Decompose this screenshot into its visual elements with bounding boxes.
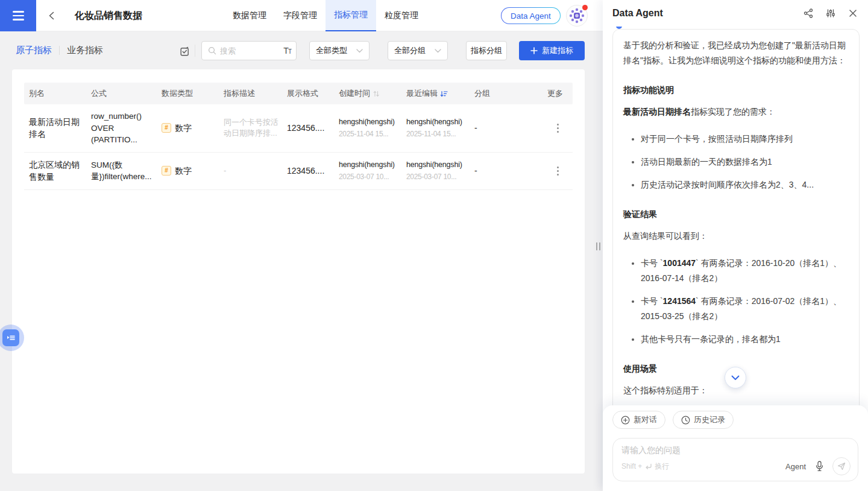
- col-more: 更多: [542, 88, 573, 99]
- col-display-format: 展示格式: [282, 88, 334, 99]
- row-more-button[interactable]: [555, 164, 561, 178]
- chevron-down-icon: [356, 49, 363, 53]
- agent-message: 基于我的分析和验证，我已经成功为您创建了"最新活动日期排名"指标。让我为您详细说…: [612, 29, 860, 405]
- plus-icon: [530, 47, 538, 54]
- cell-description: -: [219, 165, 282, 177]
- agent-mode-selector[interactable]: Agent: [785, 462, 806, 471]
- chat-input-box: Shift + 换行 Agent: [612, 438, 858, 481]
- verify-heading: 验证结果: [623, 209, 849, 220]
- tab-atomic-metric[interactable]: 原子指标: [16, 45, 52, 56]
- sort-descending-icon: [440, 90, 448, 98]
- chat-list-icon: [2, 329, 19, 346]
- cell-description: 同一个卡号按活动日期降序排...: [219, 117, 282, 140]
- metric-table-card: 别名 公式 数据类型 指标描述 展示格式 创建时间 最近编辑 分组 更多 最新活…: [12, 69, 585, 474]
- verify-lead: 从查询结果可以看到：: [623, 229, 849, 244]
- tab-field-management[interactable]: 字段管理: [275, 0, 326, 31]
- tab-metric-management[interactable]: 指标管理: [326, 0, 376, 31]
- metric-group-button[interactable]: 指标分组: [466, 41, 507, 60]
- share-icon: [804, 8, 813, 18]
- col-group: 分组: [470, 88, 542, 99]
- col-description: 指标描述: [219, 88, 282, 99]
- feature-bullet-list: 对于同一个卡号，按照活动日期降序排列 活动日期最新的一天的数据排名为1 历史活动…: [623, 131, 849, 192]
- nav-tabs: 数据管理 字段管理 指标管理 粒度管理: [224, 0, 427, 31]
- cell-last-edited: hengshi(hengshi) 2025-11-04 15...: [401, 116, 470, 140]
- settings-button[interactable]: [825, 8, 836, 19]
- cell-data-type: # 数字: [157, 165, 219, 177]
- col-formula: 公式: [86, 88, 157, 99]
- divider: [195, 45, 195, 57]
- group-filter-value: 全部分组: [394, 45, 426, 56]
- checkbox-card-icon: [180, 46, 190, 57]
- list-item: 卡号 `1241564` 有两条记录：2016-07-02（排名1）、2015-…: [632, 294, 849, 324]
- table-row[interactable]: 北京区域的销售数量 SUM({数量})filter(where... # 数字 …: [24, 153, 573, 190]
- batch-select-button[interactable]: [178, 45, 190, 57]
- cell-group: -: [470, 165, 542, 177]
- plus-circle-icon: [621, 416, 630, 425]
- col-created-time[interactable]: 创建时间: [334, 88, 401, 99]
- table-row[interactable]: 最新活动日期排名 row_number() OVER (PARTITIO... …: [24, 104, 573, 153]
- panel-title: Data Agent: [612, 8, 663, 19]
- type-filter-select[interactable]: 全部类型: [309, 41, 370, 60]
- chevron-down-icon: [435, 49, 441, 53]
- share-button[interactable]: [803, 8, 814, 19]
- search-input[interactable]: [220, 46, 283, 55]
- chevron-left-icon: [48, 11, 56, 20]
- cell-display-format: 123456....: [282, 165, 334, 177]
- cell-alias: 北京区域的销售数量: [24, 159, 86, 183]
- new-metric-button[interactable]: 新建指标: [519, 41, 585, 60]
- page-title: 化妆品销售数据: [75, 10, 142, 22]
- panel-actions: [803, 8, 858, 19]
- col-last-edited[interactable]: 最近编辑: [401, 88, 470, 99]
- panel-resize-handle[interactable]: [596, 242, 600, 250]
- clock-icon: [681, 416, 690, 425]
- avatar[interactable]: [566, 5, 588, 27]
- cell-group: -: [470, 122, 542, 134]
- cell-last-edited: hengshi(hengshi) 2025-03-07 10...: [401, 159, 470, 183]
- group-filter-select[interactable]: 全部分组: [388, 41, 448, 60]
- divider: [59, 46, 60, 55]
- send-button[interactable]: [832, 457, 851, 475]
- cell-data-type: # 数字: [157, 122, 219, 134]
- new-chat-button[interactable]: 新对话: [612, 411, 665, 429]
- chat-quick-actions: 新对话 历史记录: [612, 411, 734, 429]
- metric-table: 别名 公式 数据类型 指标描述 展示格式 创建时间 最近编辑 分组 更多 最新活…: [24, 83, 573, 190]
- sort-icon: [373, 90, 380, 98]
- avatar-emblem-icon: [568, 7, 585, 24]
- tab-data-management[interactable]: 数据管理: [224, 0, 275, 31]
- tab-granularity-management[interactable]: 粒度管理: [376, 0, 427, 31]
- tab-business-metric[interactable]: 业务指标: [67, 45, 103, 56]
- list-item: 其他卡号只有一条记录的，排名都为1: [632, 332, 849, 347]
- type-filter-value: 全部类型: [316, 45, 347, 56]
- panel-header: Data Agent: [603, 0, 868, 27]
- cell-alias: 最新活动日期排名: [24, 116, 86, 141]
- top-bar: 化妆品销售数据 数据管理 字段管理 指标管理 粒度管理 Data Agent: [0, 0, 603, 31]
- sliders-icon: [826, 8, 835, 18]
- back-button[interactable]: [45, 8, 59, 23]
- history-button[interactable]: 历史记录: [673, 411, 734, 429]
- send-icon: [837, 462, 846, 470]
- col-alias: 别名: [24, 88, 86, 99]
- scroll-to-bottom-button[interactable]: [725, 367, 746, 388]
- hamburger-icon: [13, 11, 24, 12]
- metric-type-tabs: 原子指标 业务指标: [16, 45, 103, 56]
- data-agent-panel: Data Agent 基于我的分析和验证，我已经成功为您创建了"最新活动日期排名…: [603, 0, 868, 491]
- search-box: TT: [201, 41, 297, 60]
- input-actions: Agent: [785, 457, 851, 475]
- input-foot-row: Shift + 换行 Agent: [621, 457, 851, 475]
- microphone-button[interactable]: [814, 461, 825, 472]
- cell-formula: row_number() OVER (PARTITIO...: [86, 110, 157, 146]
- hamburger-menu-button[interactable]: [0, 0, 36, 31]
- feature-lead: 最新活动日期排名指标实现了您的需求：: [623, 104, 849, 119]
- number-type-icon: #: [162, 123, 171, 133]
- row-more-button[interactable]: [555, 121, 561, 135]
- data-agent-button[interactable]: Data Agent: [501, 7, 561, 24]
- kebab-icon: [557, 166, 559, 168]
- notification-dot: [582, 5, 588, 10]
- search-icon: [208, 46, 216, 55]
- text-case-icon[interactable]: TT: [283, 46, 291, 55]
- data-agent-button-label: Data Agent: [502, 8, 560, 24]
- cell-display-format: 123456....: [282, 122, 334, 134]
- close-panel-button[interactable]: [848, 8, 858, 19]
- main-workspace: 化妆品销售数据 数据管理 字段管理 指标管理 粒度管理 Data Agent: [0, 0, 603, 491]
- list-item: 卡号 `1001447` 有两条记录：2016-10-20（排名1）、2016-…: [632, 256, 849, 286]
